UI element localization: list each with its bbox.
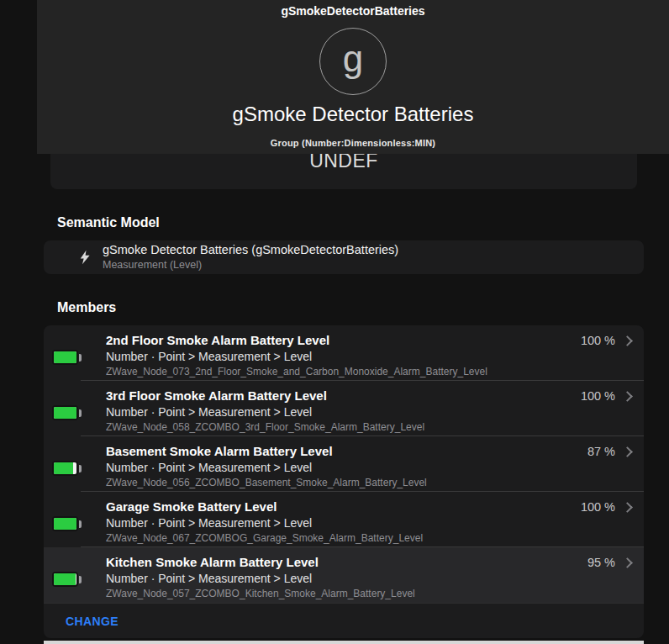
member-texts: Basement Smoke Alarm Battery Level Numbe… — [106, 443, 427, 492]
battery-fill — [54, 518, 76, 530]
member-semantic-path: Number · Point > Measurement > Level — [106, 571, 415, 587]
battery-nub — [79, 465, 82, 472]
member-item-name: ZWave_Node_057_ZCOMBO_Kitchen_Smoke_Alar… — [106, 587, 415, 600]
battery-icon — [52, 445, 86, 492]
member-item-name: ZWave_Node_073_2nd_Floor_Smoke_and_Carbo… — [106, 365, 487, 378]
battery-icon — [52, 556, 86, 603]
semantic-model-subtitle: Measurement (Level) — [103, 258, 398, 272]
member-row[interactable]: Kitchen Smoke Alarm Battery Level Number… — [44, 547, 644, 603]
battery-icon — [52, 500, 86, 547]
member-state-value: 100 % — [581, 389, 615, 403]
item-label: gSmoke Detector Batteries — [233, 103, 474, 126]
semantic-model-card: gSmoke Detector Batteries (gSmokeDetecto… — [44, 240, 644, 274]
battery-fill — [54, 573, 76, 585]
member-after: 100 % — [581, 500, 634, 514]
battery-body — [52, 572, 78, 587]
member-state-value: 100 % — [581, 500, 615, 514]
chevron-right-icon — [622, 446, 633, 457]
member-row[interactable]: Basement Smoke Alarm Battery Level Numbe… — [44, 436, 644, 492]
change-button[interactable]: CHANGE — [66, 615, 119, 628]
battery-icon — [52, 389, 86, 436]
navbar-title: gSmokeDetectorBatteries — [281, 4, 424, 18]
member-semantic-path: Number · Point > Measurement > Level — [106, 460, 427, 476]
semantic-model-title: gSmoke Detector Batteries (gSmokeDetecto… — [103, 242, 398, 258]
member-texts: Garage Smoke Battery Level Number · Poin… — [106, 499, 423, 547]
battery-body — [52, 405, 78, 420]
member-texts: 3rd Floor Smoke Alarm Battery Level Numb… — [106, 388, 424, 436]
member-texts: Kitchen Smoke Alarm Battery Level Number… — [106, 554, 415, 603]
member-row[interactable]: Garage Smoke Battery Level Number · Poin… — [44, 492, 644, 547]
semantic-model-heading: Semantic Model — [37, 214, 669, 230]
semantic-model-texts: gSmoke Detector Batteries (gSmokeDetecto… — [103, 242, 398, 272]
member-title: Kitchen Smoke Alarm Battery Level — [106, 554, 415, 571]
battery-icon — [52, 334, 86, 381]
semantic-model-row[interactable]: gSmoke Detector Batteries (gSmokeDetecto… — [44, 240, 644, 274]
member-state-value: 87 % — [587, 445, 615, 458]
battery-fill — [54, 407, 76, 419]
chevron-right-icon — [622, 391, 633, 402]
detail-pane: gSmokeDetectorBatteries g gSmoke Detecto… — [37, 0, 669, 644]
members-card: 2nd Floor Smoke Alarm Battery Level Numb… — [44, 325, 644, 638]
member-semantic-path: Number · Point > Measurement > Level — [106, 349, 487, 365]
member-semantic-path: Number · Point > Measurement > Level — [106, 404, 424, 420]
member-title: 3rd Floor Smoke Alarm Battery Level — [106, 388, 424, 404]
member-state-value: 95 % — [587, 556, 615, 569]
member-state-value: 100 % — [581, 334, 615, 347]
battery-nub — [79, 576, 82, 583]
members-heading: Members — [37, 299, 669, 315]
item-type-subtitle: Group (Number:Dimensionless:MIN) — [271, 138, 435, 148]
battery-body — [52, 461, 78, 476]
members-list: 2nd Floor Smoke Alarm Battery Level Numb… — [44, 325, 644, 603]
battery-fill — [54, 462, 73, 474]
member-item-name: ZWave_Node_067_ZCOMBOG_Garage_Smoke_Alar… — [106, 531, 423, 545]
item-avatar: g — [319, 28, 387, 95]
page-header: gSmokeDetectorBatteries g gSmoke Detecto… — [37, 0, 669, 154]
lightning-bolt-icon — [77, 248, 92, 267]
member-item-name: ZWave_Node_058_ZCOMBO_3rd_Floor_Smoke_Al… — [106, 420, 424, 434]
member-title: Basement Smoke Alarm Battery Level — [106, 443, 427, 460]
member-title: 2nd Floor Smoke Alarm Battery Level — [106, 332, 487, 349]
member-after: 100 % — [581, 389, 634, 403]
chevron-right-icon — [622, 502, 633, 513]
battery-nub — [79, 520, 82, 528]
member-row[interactable]: 3rd Floor Smoke Alarm Battery Level Numb… — [44, 381, 644, 436]
next-section-edge — [44, 641, 644, 644]
member-after: 100 % — [581, 334, 634, 347]
battery-nub — [79, 354, 82, 362]
item-state-card: UNDEF — [50, 154, 637, 189]
change-row: CHANGE — [44, 603, 644, 638]
battery-fill — [54, 351, 76, 363]
member-after: 95 % — [587, 556, 634, 569]
member-texts: 2nd Floor Smoke Alarm Battery Level Numb… — [106, 332, 487, 381]
member-semantic-path: Number · Point > Measurement > Level — [106, 515, 423, 531]
chevron-right-icon — [622, 335, 633, 346]
member-row[interactable]: 2nd Floor Smoke Alarm Battery Level Numb… — [44, 325, 644, 381]
item-state-value: UNDEF — [309, 154, 378, 189]
member-after: 87 % — [587, 445, 634, 458]
battery-body — [52, 350, 78, 365]
member-title: Garage Smoke Battery Level — [106, 499, 423, 515]
battery-nub — [79, 409, 82, 417]
avatar-letter: g — [343, 40, 363, 82]
battery-body — [52, 516, 78, 531]
member-item-name: ZWave_Node_056_ZCOMBO_Basement_Smoke_Ala… — [106, 476, 427, 489]
chevron-right-icon — [622, 557, 633, 568]
